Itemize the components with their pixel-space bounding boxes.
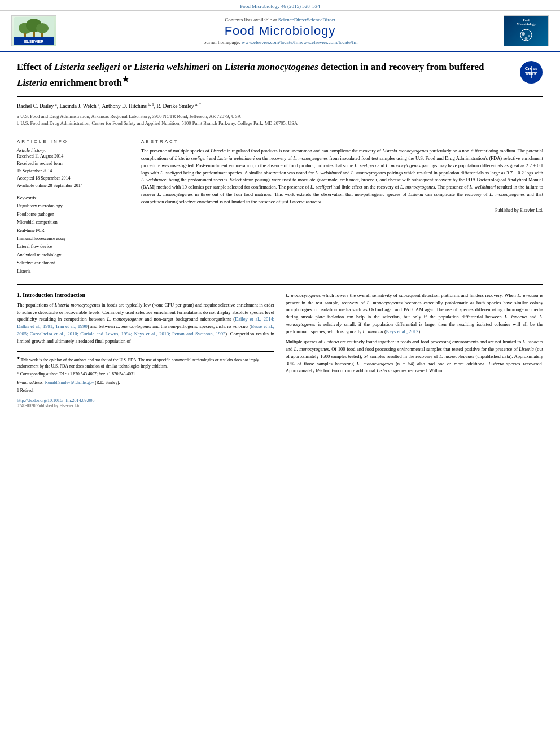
svg-rect-6	[41, 33, 43, 37]
authors-line: Rachel C. Dailey a, Lacinda J. Welch a, …	[17, 102, 543, 109]
abstract-paragraph: The presence of multiple species of List…	[141, 147, 543, 205]
footnote-asterisk: * Corresponding author. Tel.: +1 870 543…	[17, 371, 274, 377]
svg-rect-5	[33, 32, 35, 37]
article-info-abstract-section: ARTICLE INFO Article history: Received 1…	[17, 133, 543, 276]
intro-para2-right: Multiple species of Listeria are routine…	[286, 338, 543, 374]
contents-line: Contents lists available at ScienceDirec…	[68, 17, 492, 23]
doi-line: http://dx.doi.org/10.1016/j.fm.2014.09.0…	[17, 398, 274, 403]
keyword-item: Selective enrichment	[17, 259, 130, 267]
published-line: Published by Elsevier Ltd.	[141, 207, 543, 214]
journal-cover-image: Food Microbiology	[504, 15, 549, 46]
main-content: Effect of Listeria seeligeri or Listeria…	[0, 52, 560, 417]
journal-citation-bar: Food Microbiology 46 (2015) 528–534	[0, 0, 560, 11]
svg-point-3	[36, 23, 49, 33]
keyword-item: Listeria	[17, 268, 130, 276]
affiliation-b: b U.S. Food and Drug Administration, Cen…	[17, 120, 543, 126]
article-info-column: ARTICLE INFO Article history: Received 1…	[17, 139, 130, 276]
journal-header: ELSEVIER Contents lists available at Sci…	[0, 11, 560, 52]
footnote-email: E-mail address: Ronald.Smiley@fda.hhs.go…	[17, 379, 274, 386]
keyword-item: Lateral flow device	[17, 243, 130, 251]
article-dates: Received 11 August 2014 Received in revi…	[17, 153, 130, 189]
section-title-text: Introduction	[53, 292, 85, 298]
body-col-right: L. monocytogenes which lowers the overal…	[286, 292, 543, 408]
article-body: 1. Introduction Introduction The populat…	[17, 284, 543, 408]
affiliations: a U.S. Food and Drug Administration, Ark…	[17, 113, 543, 126]
footnotes-section: ★ This work is the opinion of the author…	[17, 351, 274, 394]
journal-citation: Food Microbiology 46 (2015) 528–534	[240, 3, 320, 9]
article-history: Article history: Received 11 August 2014…	[17, 147, 130, 189]
email-who: (R.D. Smiley).	[95, 380, 120, 385]
section-num: 1.	[17, 292, 21, 298]
keyword-item: Regulatory microbiology	[17, 202, 130, 210]
ref-keys2013: Keys et al., 2013	[386, 329, 418, 334]
keyword-item: Real-time PCR	[17, 227, 130, 235]
article-info-label: ARTICLE INFO	[17, 139, 130, 144]
journal-title: Food Microbiology	[68, 24, 492, 38]
intro-text-left: The populations of Listeria monocytogene…	[17, 302, 274, 345]
authors-section: Rachel C. Dailey a, Lacinda J. Welch a, …	[17, 102, 543, 109]
accepted-date: Accepted 18 September 2014	[17, 175, 130, 182]
footnote-star: ★ This work is the opinion of the author…	[17, 355, 274, 369]
available-date: Available online 28 September 2014	[17, 182, 130, 190]
elsevier-logo-area: ELSEVIER	[11, 15, 68, 46]
intro-text-right: L. monocytogenes which lowers the overal…	[286, 292, 543, 374]
crossmark-badge[interactable]: Cross Mark	[519, 60, 543, 85]
body-col-left: 1. Introduction Introduction The populat…	[17, 292, 274, 408]
svg-point-11	[528, 35, 530, 37]
doi-link[interactable]: http://dx.doi.org/10.1016/j.fm.2014.09.0…	[17, 398, 94, 403]
revised-label: Received in revised form	[17, 160, 130, 168]
keyword-item: Immunofluorescence assay	[17, 235, 130, 243]
elsevier-logo: ELSEVIER	[11, 15, 56, 46]
homepage-line: journal homepage: www.elsevier.com/locat…	[68, 40, 492, 45]
abstract-column: ABSTRACT The presence of multiple specie…	[141, 139, 543, 276]
svg-point-10	[522, 32, 525, 36]
keywords-label: Keywords:	[17, 195, 130, 200]
keyword-item: Analytical microbiology	[17, 251, 130, 259]
intro-para1-right: L. monocytogenes which lowers the overal…	[286, 292, 543, 335]
footnote-1: 1 Retired.	[17, 387, 274, 394]
email-link[interactable]: Ronald.Smiley@fda.hhs.gov	[45, 380, 94, 385]
received-date: Received 11 August 2014	[17, 153, 130, 160]
svg-point-12	[525, 37, 528, 40]
svg-rect-4	[24, 33, 26, 37]
svg-text:ELSEVIER: ELSEVIER	[24, 40, 44, 43]
journal-cover-area: Food Microbiology	[492, 15, 549, 46]
keyword-item: Microbial competition	[17, 219, 130, 226]
article-title-section: Effect of Listeria seeligeri or Listeria…	[17, 60, 543, 97]
abstract-label: ABSTRACT	[141, 139, 543, 144]
contents-label: Contents lists available at	[225, 17, 278, 23]
article-title: Effect of Listeria seeligeri or Listeria…	[17, 60, 511, 89]
homepage-url[interactable]: www.elsevier.com/locate/fm	[242, 40, 300, 45]
body-two-col: 1. Introduction Introduction The populat…	[17, 292, 543, 408]
journal-header-center: Contents lists available at ScienceDirec…	[68, 17, 492, 45]
sciencedirect-link[interactable]: ScienceDirect	[278, 17, 307, 23]
homepage-url-text: www.elsevier.com/locate/fm	[300, 40, 358, 45]
history-label: Article history:	[17, 147, 130, 153]
affiliation-a: a U.S. Food and Drug Administration, Ark…	[17, 113, 543, 119]
keyword-item: Foodborne pathogen	[17, 211, 130, 219]
revised-date: 15 September 2014	[17, 168, 130, 175]
section-title: Introduction	[23, 292, 53, 298]
homepage-label: journal homepage:	[202, 40, 241, 45]
keywords-block: Keywords: Regulatory microbiologyFoodbor…	[17, 195, 130, 276]
intro-heading: 1. Introduction Introduction	[17, 292, 274, 298]
keywords-list: Regulatory microbiologyFoodborne pathoge…	[17, 202, 130, 276]
sciencedirect-text: ScienceDirect	[307, 17, 335, 23]
intro-para1: The populations of Listeria monocytogene…	[17, 302, 274, 345]
issn-line: 0740-0020/Published by Elsevier Ltd.	[17, 403, 274, 408]
abstract-text: The presence of multiple species of List…	[141, 147, 543, 214]
